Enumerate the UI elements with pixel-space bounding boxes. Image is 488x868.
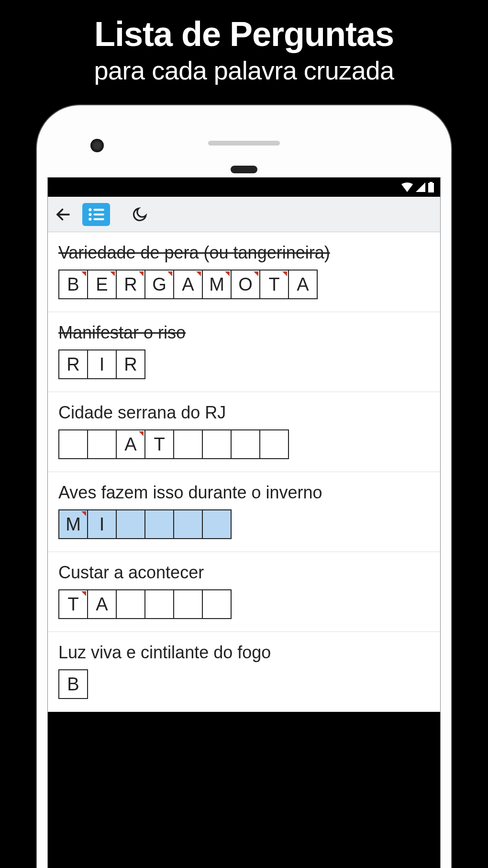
- phone-hardware-top: [47, 120, 441, 177]
- android-status-bar: [48, 178, 440, 197]
- clue-text: Variedade de pera (ou tangerineira): [58, 243, 430, 263]
- promo-title: Lista de Perguntas: [0, 0, 488, 54]
- clue-cells: RIR: [58, 349, 430, 379]
- svg-marker-12: [225, 271, 230, 276]
- letter-cell[interactable]: [173, 509, 203, 539]
- letter-cell[interactable]: T: [259, 270, 289, 299]
- cell-tick-icon: [225, 271, 230, 276]
- cell-tick-icon: [196, 271, 201, 276]
- letter-cell[interactable]: T: [58, 589, 88, 619]
- svg-marker-10: [167, 271, 172, 276]
- letter-cell[interactable]: [173, 589, 203, 619]
- speaker-grille: [208, 141, 280, 146]
- letter-cell[interactable]: [173, 429, 203, 459]
- app-toolbar: [48, 197, 440, 232]
- clue-item[interactable]: Aves fazem isso durante o invernoMI: [48, 472, 440, 552]
- letter-cell[interactable]: I: [87, 349, 117, 379]
- svg-marker-13: [254, 271, 258, 276]
- wifi-icon: [401, 182, 413, 192]
- camera-dot: [90, 139, 104, 152]
- letter-cell[interactable]: A: [87, 589, 117, 619]
- letter-cell[interactable]: T: [144, 429, 174, 459]
- night-mode-button[interactable]: [129, 204, 150, 225]
- letter-cell[interactable]: A: [116, 429, 145, 459]
- clue-cells: BERGAMOTA: [58, 270, 430, 299]
- moon-icon: [132, 206, 148, 223]
- letter-cell[interactable]: M: [202, 270, 232, 299]
- cell-tick-icon: [282, 271, 287, 276]
- svg-marker-8: [110, 271, 115, 276]
- clue-item[interactable]: Variedade de pera (ou tangerineira)BERGA…: [48, 232, 440, 312]
- letter-cell[interactable]: [259, 429, 289, 459]
- svg-marker-7: [81, 271, 86, 276]
- letter-cell[interactable]: M: [58, 509, 88, 539]
- clue-list[interactable]: Variedade de pera (ou tangerineira)BERGA…: [48, 232, 440, 712]
- svg-marker-17: [81, 591, 86, 596]
- phone-screen: Variedade de pera (ou tangerineira)BERGA…: [47, 177, 441, 868]
- clue-item[interactable]: Manifestar o risoRIR: [48, 312, 440, 392]
- clue-cells: B: [58, 669, 430, 699]
- letter-cell[interactable]: R: [116, 349, 145, 379]
- clue-item[interactable]: Luz viva e cintilante do fogoB: [48, 632, 440, 712]
- letter-cell[interactable]: [202, 429, 232, 459]
- letter-cell[interactable]: R: [116, 270, 145, 299]
- svg-rect-2: [93, 209, 104, 211]
- clue-text: Manifestar o riso: [58, 323, 430, 343]
- clue-cells: TA: [58, 589, 430, 619]
- svg-marker-9: [139, 271, 144, 276]
- svg-marker-11: [196, 271, 201, 276]
- clue-text: Custar a acontecer: [58, 563, 430, 583]
- letter-cell[interactable]: O: [231, 270, 260, 299]
- svg-point-1: [89, 208, 91, 211]
- clue-cells: MI: [58, 509, 430, 539]
- letter-cell[interactable]: [144, 589, 174, 619]
- list-view-button[interactable]: [82, 203, 110, 226]
- letter-cell[interactable]: [58, 429, 88, 459]
- letter-cell[interactable]: A: [288, 270, 318, 299]
- back-arrow-icon: [55, 206, 72, 223]
- letter-cell[interactable]: [202, 509, 232, 539]
- letter-cell[interactable]: [202, 589, 232, 619]
- letter-cell[interactable]: [116, 589, 145, 619]
- cell-tick-icon: [81, 591, 86, 596]
- sensor-pill: [231, 166, 257, 173]
- battery-icon: [428, 182, 434, 192]
- letter-cell[interactable]: E: [87, 270, 117, 299]
- phone-frame: Variedade de pera (ou tangerineira)BERGA…: [37, 105, 451, 868]
- clue-cells: AT: [58, 429, 430, 459]
- letter-cell[interactable]: [87, 429, 117, 459]
- back-button[interactable]: [53, 204, 74, 225]
- letter-cell[interactable]: G: [144, 270, 174, 299]
- letter-cell[interactable]: [144, 509, 174, 539]
- svg-point-5: [89, 217, 91, 220]
- svg-rect-6: [93, 218, 104, 220]
- list-icon: [88, 208, 104, 221]
- cell-tick-icon: [139, 431, 144, 436]
- letter-cell[interactable]: I: [87, 509, 117, 539]
- clue-text: Luz viva e cintilante do fogo: [58, 643, 430, 663]
- svg-marker-16: [81, 511, 86, 516]
- letter-cell[interactable]: [116, 509, 145, 539]
- svg-point-3: [89, 213, 91, 215]
- svg-marker-14: [282, 271, 287, 276]
- svg-rect-4: [93, 213, 104, 215]
- cell-tick-icon: [167, 271, 172, 276]
- cell-tick-icon: [81, 511, 86, 516]
- clue-item[interactable]: Cidade serrana do RJAT: [48, 392, 440, 472]
- clue-text: Cidade serrana do RJ: [58, 403, 430, 423]
- cell-tick-icon: [254, 271, 258, 276]
- letter-cell[interactable]: B: [58, 669, 88, 699]
- clue-text: Aves fazem isso durante o inverno: [58, 483, 430, 503]
- letter-cell[interactable]: B: [58, 270, 88, 299]
- promo-subtitle: para cada palavra cruzada: [0, 56, 488, 85]
- letter-cell[interactable]: [231, 429, 260, 459]
- cell-tick-icon: [139, 271, 144, 276]
- clue-item[interactable]: Custar a acontecerTA: [48, 552, 440, 632]
- letter-cell[interactable]: R: [58, 349, 88, 379]
- cell-tick-icon: [110, 271, 115, 276]
- svg-marker-15: [139, 431, 144, 436]
- cell-tick-icon: [81, 271, 86, 276]
- signal-icon: [415, 182, 426, 192]
- letter-cell[interactable]: A: [173, 270, 203, 299]
